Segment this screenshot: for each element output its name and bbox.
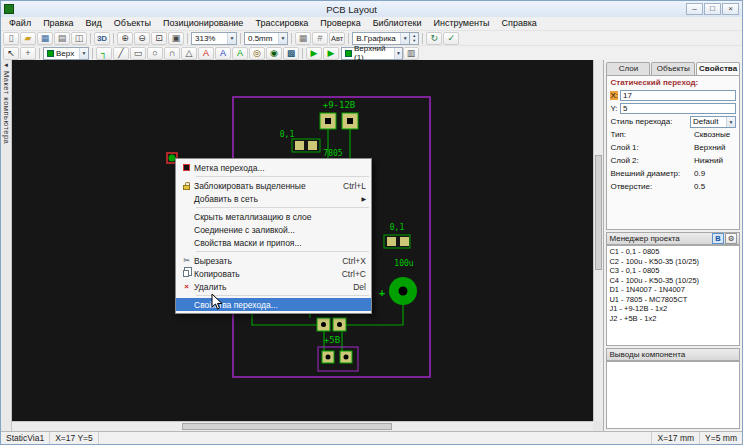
project-component-item[interactable]: D1 - 1N4007 - 1N4007 — [609, 285, 737, 295]
menu-item[interactable]: Правка — [37, 17, 79, 30]
close-button[interactable]: × — [722, 3, 739, 15]
tab-objects[interactable]: Объекты — [651, 62, 695, 75]
project-component-item[interactable]: C1 - 0,1 - 0805 — [609, 247, 737, 257]
zoom-tools-group: ⊕⊖⊡▣ — [117, 32, 184, 45]
place-via-icon[interactable]: ◉ — [266, 47, 282, 60]
label-c2-plus: + — [379, 287, 385, 298]
project-component-item[interactable]: C3 - 0,1 - 0805 — [609, 266, 737, 276]
open-folder-icon[interactable]: ▰ — [20, 32, 36, 45]
place-text-blue-icon[interactable]: A — [215, 47, 231, 60]
snap-grid-icon[interactable]: # — [312, 32, 328, 45]
vertical-scrollbar[interactable] — [593, 60, 603, 421]
menu-item[interactable]: Инструменты — [427, 17, 495, 30]
menu-item[interactable]: Позиционирование — [157, 17, 249, 30]
place-line-icon[interactable]: ╱ — [113, 47, 129, 60]
print-icon[interactable]: ▤ — [54, 32, 70, 45]
maximize-button[interactable]: □ — [704, 3, 721, 15]
graphics-spinner[interactable]: ▲▼ — [410, 32, 419, 45]
place-text-green-icon[interactable]: A — [232, 47, 248, 60]
status-x-mm: X=17 mm — [652, 432, 700, 444]
run-autoroute-icon[interactable]: ▶ — [306, 47, 322, 60]
context-menu-item-delete[interactable]: × Удалить Del — [176, 280, 371, 293]
main-area: ◄ Макет компьютера +9-12В — [1, 60, 742, 431]
wrench-icon[interactable]: ⚙ — [725, 233, 737, 244]
context-menu-item-via-properties[interactable]: Свойства перехода... — [176, 298, 371, 311]
context-menu-item-hide-plating[interactable]: Скрыть металлизацию в слое — [176, 210, 371, 223]
via-style-select[interactable]: Default ▼ — [690, 116, 736, 128]
context-menu-item-lock[interactable]: Заблокировать выделенные Ctrl+L — [176, 179, 371, 192]
zoom-combo[interactable]: 313% ▼ — [191, 32, 237, 45]
project-component-item[interactable]: U1 - 7805 - MC7805CT — [609, 295, 737, 305]
graphics-mode-combo[interactable]: В.Графика ▼ — [352, 32, 410, 45]
signal-layer-combo[interactable]: Верхний (1) ▼ — [341, 47, 403, 60]
place-arc-icon[interactable]: ∩ — [164, 47, 180, 60]
auto-mode-button[interactable]: Авт — [329, 32, 345, 45]
vertical-scroll-thumb[interactable] — [595, 155, 602, 270]
project-component-item[interactable]: J1 - +9-12В - 1x2 — [609, 304, 737, 314]
toolbar-main: ▯▰▦▤◫ 3D ⊕⊖⊡▣ 313% ▼ 0.5mm ▼ ▦#Авт В.Гра… — [1, 30, 742, 45]
context-menu-item-cut[interactable]: ✂ Вырезать Ctrl+X — [176, 254, 371, 267]
menu-item[interactable]: Трассировка — [249, 17, 314, 30]
horizontal-scrollbar[interactable] — [12, 421, 593, 431]
place-pad-icon[interactable]: ◎ — [249, 47, 265, 60]
save-icon[interactable]: ▦ — [37, 32, 53, 45]
print-preview-icon[interactable]: ◫ — [71, 32, 87, 45]
collapsed-panel-tab[interactable]: ◄ Макет компьютера — [1, 60, 12, 431]
tab-properties[interactable]: Свойства — [696, 62, 740, 75]
board-mode-button[interactable]: В — [712, 233, 724, 244]
route-trace-icon[interactable]: ┐ — [96, 47, 112, 60]
verify-check-icon[interactable]: ✓ — [443, 32, 459, 45]
context-menu-item-mask-paste[interactable]: Свойства маски и припоя... — [176, 236, 371, 249]
active-layer-combo[interactable]: Верх ▼ — [43, 47, 89, 60]
menu-item[interactable]: Объекты — [108, 17, 157, 30]
context-menu-item-via-mark[interactable]: Метка перехода... — [176, 161, 371, 174]
prop-row-diameter: Внешний диаметр: 0.9 — [610, 167, 736, 180]
context-menu-item-pour-connect[interactable]: Соединение с заливкой... — [176, 223, 371, 236]
menu-item[interactable]: Вид — [80, 17, 108, 30]
grid-step-combo[interactable]: 0.5mm ▼ — [244, 32, 288, 45]
project-component-item[interactable]: C4 - 100u - K50-35 (10/25) — [609, 276, 737, 286]
pcb-canvas[interactable]: +9-12В 0,1 7805 — [12, 60, 603, 431]
place-text-red-icon[interactable]: A — [198, 47, 214, 60]
zoom-out-icon[interactable]: ⊖ — [134, 32, 150, 45]
status-bar: StaticVia1 X=17 Y=5 X=17 mm Y=5 mm — [1, 431, 742, 444]
prop-row-hole: Отверстие: 0.5 — [610, 180, 736, 193]
zoom-in-icon[interactable]: ⊕ — [117, 32, 133, 45]
toolbar-draw: ↖+ Верх ▼ ┐╱▭○∩△AAA◎◉▩ ▶▶ Верхний (1) ▼ … — [1, 45, 742, 60]
place-polygon-icon[interactable]: △ — [181, 47, 197, 60]
place-copper-pour-icon[interactable]: ▩ — [283, 47, 299, 60]
prop-row-x: X: — [610, 89, 736, 102]
grid-toggle-icon[interactable]: ▦ — [295, 32, 311, 45]
measure-icon[interactable]: + — [20, 47, 36, 60]
y-input[interactable] — [620, 103, 736, 114]
minimize-button[interactable]: – — [686, 3, 703, 15]
project-component-item[interactable]: C2 - 100u - K50-35 (10/25) — [609, 257, 737, 267]
context-menu-item-add-to-net[interactable]: Добавить в сеть ▶ — [176, 192, 371, 205]
context-menu-item-copy[interactable]: Копировать Ctrl+C — [176, 267, 371, 280]
menu-item[interactable]: Справка — [496, 17, 543, 30]
c3-component — [384, 235, 410, 248]
zoom-window-icon[interactable]: ⊡ — [151, 32, 167, 45]
run-all-icon[interactable]: ▶ — [323, 47, 339, 60]
context-menu-separator — [196, 207, 369, 208]
view-3d-icon[interactable]: 3D — [94, 32, 110, 45]
lock-icon — [179, 182, 194, 190]
zoom-fit-icon[interactable]: ▣ — [168, 32, 184, 45]
title-bar: PCB Layout – □ × — [1, 1, 742, 17]
x-input[interactable] — [620, 90, 736, 101]
menu-item[interactable]: Библиотеки — [367, 17, 428, 30]
app-icon — [4, 4, 14, 14]
select-cursor-icon[interactable]: ↖ — [3, 47, 19, 60]
new-file-icon[interactable]: ▯ — [3, 32, 19, 45]
place-circle-icon[interactable]: ○ — [147, 47, 163, 60]
menu-item[interactable]: Проверка — [314, 17, 366, 30]
horizontal-scroll-thumb[interactable] — [182, 423, 392, 430]
project-component-item[interactable]: J2 - +5В - 1x2 — [609, 314, 737, 324]
prop-row-type: Тип: Сквозные — [610, 128, 736, 141]
delete-icon: × — [179, 282, 194, 291]
layer-pairs-icon[interactable]: ▥ — [403, 47, 419, 60]
place-rect-icon[interactable]: ▭ — [130, 47, 146, 60]
refresh-icon[interactable]: ↻ — [426, 32, 442, 45]
grid-step-value: 0.5mm — [248, 34, 272, 43]
menu-item[interactable]: Файл — [3, 17, 37, 30]
